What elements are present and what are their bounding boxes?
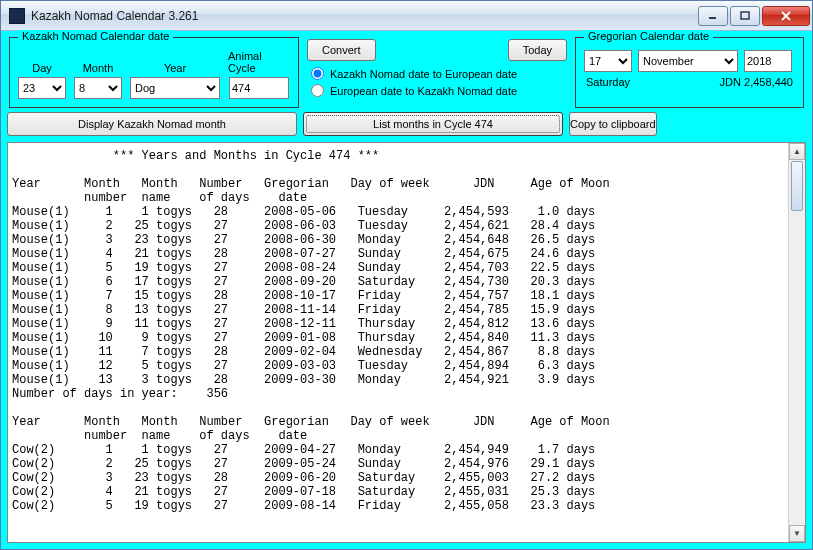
greg-month-select[interactable]: November xyxy=(638,50,738,72)
radio-kn-to-eu-label[interactable]: Kazakh Nomad date to European date xyxy=(311,67,567,80)
top-row: Kazakh Nomad Calendar date Day 23 Month … xyxy=(7,37,806,108)
radio-kn-to-eu-text: Kazakh Nomad date to European date xyxy=(330,68,517,80)
greg-row2: Saturday JDN 2,458,440 xyxy=(584,76,795,88)
greg-dayofweek: Saturday xyxy=(586,76,630,88)
gregorian-date-group: Gregorian Calendar date 17 November Satu… xyxy=(575,37,804,108)
output-text: *** Years and Months in Cycle 474 *** Ye… xyxy=(8,143,788,542)
app-window: Kazakh Nomad Calendar 3.261 Kazakh Nomad… xyxy=(0,0,813,550)
today-button[interactable]: Today xyxy=(508,39,567,61)
month-select[interactable]: 8 xyxy=(74,77,122,99)
close-icon xyxy=(780,11,792,21)
year-col: Year Dog xyxy=(130,62,220,99)
direction-radios: Kazakh Nomad date to European date Europ… xyxy=(307,65,567,97)
greg-day-select[interactable]: 17 xyxy=(584,50,632,72)
scroll-up-arrow-icon[interactable]: ▲ xyxy=(789,143,805,160)
greg-row1: 17 November xyxy=(584,50,795,72)
radio-kn-to-eu[interactable] xyxy=(311,67,324,80)
output-scrollbar[interactable]: ▲ ▼ xyxy=(788,143,805,542)
year-label: Year xyxy=(164,62,186,74)
maximize-button[interactable] xyxy=(730,6,760,26)
scroll-thumb[interactable] xyxy=(791,161,803,211)
svg-rect-1 xyxy=(741,12,749,19)
kazakh-legend: Kazakh Nomad Calendar date xyxy=(18,30,173,42)
radio-eu-to-kn[interactable] xyxy=(311,84,324,97)
mid-panel: Convert Today Kazakh Nomad date to Europ… xyxy=(307,37,567,108)
minimize-icon xyxy=(708,11,718,21)
window-title: Kazakh Nomad Calendar 3.261 xyxy=(31,9,696,23)
convert-today-row: Convert Today xyxy=(307,39,567,61)
app-icon xyxy=(9,8,25,24)
day-select[interactable]: 23 xyxy=(18,77,66,99)
minimize-button[interactable] xyxy=(698,6,728,26)
copy-clipboard-button[interactable]: Copy to clipboard xyxy=(569,112,657,136)
gregorian-legend: Gregorian Calendar date xyxy=(584,30,713,42)
cycle-col: Animal Cycle xyxy=(228,50,290,99)
year-animal-select[interactable]: Dog xyxy=(130,77,220,99)
radio-eu-to-kn-text: European date to Kazakh Nomad date xyxy=(330,85,517,97)
day-col: Day 23 xyxy=(18,62,66,99)
client-area: Kazakh Nomad Calendar date Day 23 Month … xyxy=(1,31,812,549)
titlebar: Kazakh Nomad Calendar 3.261 xyxy=(1,1,812,31)
convert-button[interactable]: Convert xyxy=(307,39,376,61)
radio-eu-to-kn-label[interactable]: European date to Kazakh Nomad date xyxy=(311,84,567,97)
greg-year-input[interactable] xyxy=(744,50,792,72)
month-label: Month xyxy=(83,62,114,74)
month-col: Month 8 xyxy=(74,62,122,99)
cycle-label: Animal Cycle xyxy=(228,50,290,74)
cycle-input[interactable] xyxy=(229,77,289,99)
maximize-icon xyxy=(740,11,750,21)
action-buttons-row: Display Kazakh Nomad month List months i… xyxy=(7,112,806,136)
list-months-button[interactable]: List months in Cycle 474 xyxy=(303,112,563,136)
scroll-down-arrow-icon[interactable]: ▼ xyxy=(789,525,805,542)
output-panel: *** Years and Months in Cycle 474 *** Ye… xyxy=(7,142,806,543)
greg-jdn: JDN 2,458,440 xyxy=(720,76,793,88)
kazakh-date-group: Kazakh Nomad Calendar date Day 23 Month … xyxy=(9,37,299,108)
close-button[interactable] xyxy=(762,6,810,26)
day-label: Day xyxy=(32,62,52,74)
display-month-button[interactable]: Display Kazakh Nomad month xyxy=(7,112,297,136)
